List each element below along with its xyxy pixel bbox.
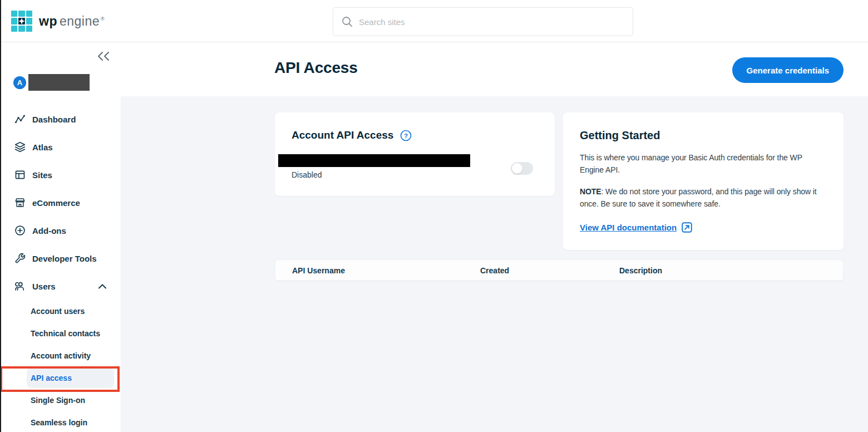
sidebar-item-dashboard[interactable]: Dashboard (0, 105, 121, 133)
sidebar-menu: Dashboard Atlas Sites (0, 105, 121, 432)
redacted-value (278, 154, 470, 167)
dashboard-nodes-icon (14, 114, 26, 125)
users-icon (14, 281, 26, 292)
page-title: API Access (274, 59, 358, 77)
sidebar-subitem-label: Seamless login (31, 418, 87, 427)
redacted-account-name (28, 74, 90, 91)
sidebar-item-label: Developer Tools (32, 254, 97, 263)
sidebar-subitem-account-users[interactable]: Account users (0, 300, 121, 322)
search-sites-box[interactable] (333, 7, 633, 36)
svg-text:?: ? (404, 132, 408, 139)
note-label: NOTE (580, 187, 601, 196)
search-icon (341, 16, 353, 28)
account-api-access-card: Account API Access ? Disabled (275, 112, 555, 196)
sidebar-subitem-account-activity[interactable]: Account activity (0, 345, 121, 367)
sidebar-item-addons[interactable]: Add-ons (0, 217, 121, 244)
sidebar-subitem-seamless-login[interactable]: Seamless login (0, 411, 121, 432)
doc-link-row: View API documentation (580, 222, 827, 233)
sidebar-item-sites[interactable]: Sites (0, 161, 121, 189)
chevrons-left-icon (97, 51, 110, 61)
layers-icon (14, 141, 26, 153)
logo-engine: engine (60, 14, 100, 29)
api-status-label: Disabled (292, 170, 322, 179)
sidebar-item-users[interactable]: Users (0, 272, 121, 300)
content-area: Account API Access ? Disabled Getting St… (121, 96, 868, 432)
account-api-access-title: Account API Access (292, 129, 393, 141)
chevron-up-icon (98, 284, 106, 289)
account-selector[interactable]: A (13, 74, 90, 91)
sidebar-item-atlas[interactable]: Atlas (0, 133, 121, 161)
storefront-icon (14, 197, 26, 208)
sidebar-subitem-technical-contacts[interactable]: Technical contacts (0, 322, 121, 345)
sidebar-item-label: Atlas (32, 143, 53, 152)
getting-started-paragraph: This is where you manage your Basic Auth… (580, 151, 827, 176)
browser-window-icon (14, 169, 26, 180)
getting-started-card: Getting Started This is where you manage… (563, 112, 844, 250)
sidebar-item-label: eCommerce (32, 198, 80, 208)
search-input[interactable] (359, 17, 626, 27)
page-header: API Access Generate credentials (121, 42, 868, 96)
wpengine-logo-icon (11, 11, 32, 32)
sidebar-subitem-label: Technical contacts (31, 329, 100, 338)
sidebar-subitem-label: API access (31, 374, 72, 382)
logo-wp: wp (39, 14, 57, 29)
view-api-documentation-link[interactable]: View API documentation (580, 223, 677, 232)
help-icon[interactable]: ? (400, 130, 412, 141)
avatar: A (13, 76, 26, 89)
sidebar-subitem-label: Account activity (31, 351, 91, 360)
getting-started-title: Getting Started (580, 129, 827, 142)
sidebar: A Dashboard Atlas (0, 42, 121, 432)
sidebar-item-label: Dashboard (32, 115, 76, 124)
sidebar-item-label: Sites (32, 170, 52, 180)
column-created: Created (480, 266, 619, 275)
avatar-initial: A (17, 78, 22, 87)
plus-circle-icon (14, 225, 26, 236)
sidebar-item-label: Add-ons (32, 226, 66, 235)
toggle-knob (512, 163, 522, 174)
sidebar-collapse-button[interactable] (96, 50, 111, 64)
api-access-toggle[interactable] (511, 162, 533, 175)
credentials-table-header: API Username Created Description (275, 259, 844, 281)
column-api-username: API Username (292, 266, 480, 275)
top-header: wpengine® (0, 0, 868, 42)
getting-started-note: NOTE: We do not store your password, and… (580, 185, 827, 210)
generate-credentials-button[interactable]: Generate credentials (732, 57, 844, 83)
sidebar-subitem-label: Single Sign-on (31, 396, 85, 405)
sidebar-item-developer-tools[interactable]: Developer Tools (0, 244, 121, 272)
sidebar-subitem-single-sign-on[interactable]: Single Sign-on (0, 389, 121, 411)
wpengine-logo-text: wpengine® (39, 14, 105, 29)
sidebar-subitem-label: Account users (31, 307, 85, 316)
note-text: : We do not store your password, and thi… (580, 187, 817, 208)
sidebar-item-ecommerce[interactable]: eCommerce (0, 189, 121, 217)
external-link-icon (681, 222, 693, 233)
wrench-icon (14, 253, 26, 264)
registered-mark: ® (101, 16, 105, 22)
sidebar-item-label: Users (32, 282, 56, 291)
column-description: Description (619, 266, 843, 275)
sidebar-subitem-api-access[interactable]: API access (0, 367, 121, 389)
wpengine-logo[interactable]: wpengine® (11, 11, 105, 32)
screen-left-edge (0, 0, 1, 432)
